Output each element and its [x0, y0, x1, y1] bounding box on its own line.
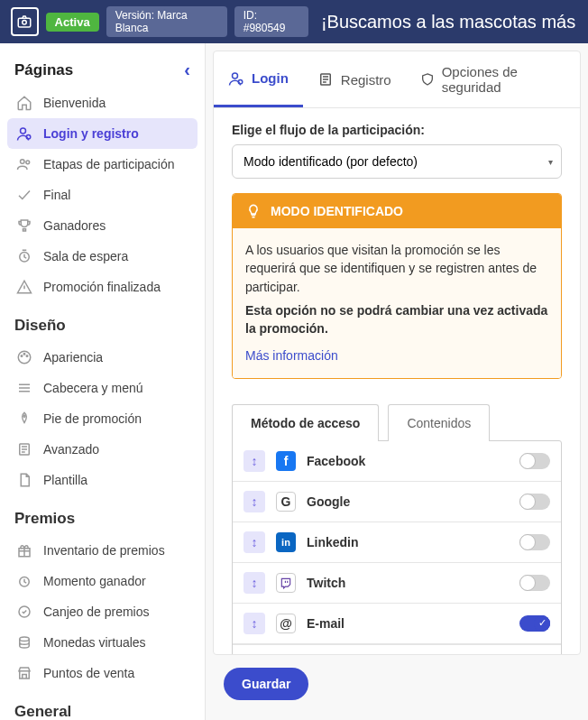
- sidebar-item-final[interactable]: Final: [7, 180, 198, 210]
- toggle-facebook[interactable]: [519, 453, 550, 469]
- toggle-email[interactable]: [519, 615, 550, 632]
- gift-icon: [16, 542, 32, 558]
- sidebar-item-promocion-finalizada[interactable]: Promoción finalizada: [7, 272, 198, 302]
- access-label: Facebook: [307, 454, 509, 468]
- design-heading: Diseño: [7, 302, 198, 342]
- google-icon: G: [276, 492, 296, 512]
- sidebar-item-label: Etapas de participación: [43, 157, 175, 171]
- tab-label: Opciones de seguridad: [442, 64, 565, 95]
- access-label: Google: [307, 494, 509, 509]
- sidebar-item-inventario-premios[interactable]: Inventario de premios: [7, 535, 198, 566]
- palette-icon: [16, 349, 32, 365]
- alert-text-2: Esta opción no se podrá cambiar una vez …: [245, 301, 548, 338]
- sheet-icon: [16, 441, 32, 457]
- sidebar-item-label: Cabecera y menú: [43, 381, 143, 395]
- shield-icon: [420, 71, 435, 88]
- sidebar-item-apariencia[interactable]: Apariencia: [7, 342, 198, 373]
- main-panel: Login Registro Opciones de seguridad Eli…: [206, 43, 588, 720]
- access-row-linkedin: ↕ in Linkedin: [233, 522, 561, 563]
- collapse-sidebar-button[interactable]: ‹: [184, 60, 190, 80]
- drag-handle[interactable]: ↕: [243, 613, 265, 634]
- sidebar-item-label: Login y registro: [43, 126, 139, 141]
- access-row-twitch: ↕ Twitch: [233, 563, 561, 604]
- inner-tab-contenidos[interactable]: Contenidos: [388, 404, 490, 441]
- info-alert: MODO IDENTIFICADO A los usuarios que vis…: [232, 193, 562, 379]
- sidebar-item-canjeo-premios[interactable]: Canjeo de premios: [7, 596, 198, 627]
- svg-point-16: [20, 637, 30, 642]
- sidebar-item-label: Plantilla: [43, 473, 87, 487]
- svg-point-11: [23, 415, 25, 417]
- twitch-icon: [276, 573, 296, 593]
- access-label: Twitch: [307, 576, 509, 590]
- svg-point-3: [26, 135, 31, 140]
- sidebar-item-momento-ganador[interactable]: Momento ganador: [7, 566, 198, 596]
- sidebar-item-label: Pie de promoción: [43, 411, 142, 426]
- access-row-facebook: ↕ f Facebook: [233, 441, 561, 482]
- sidebar-item-label: Final: [43, 188, 70, 202]
- svg-point-18: [233, 73, 238, 78]
- svg-point-5: [26, 161, 30, 164]
- store-icon: [16, 665, 32, 681]
- flow-select[interactable]: Modo identificado (por defecto): [232, 144, 562, 179]
- pages-heading: Páginas: [14, 61, 73, 79]
- toggle-twitch[interactable]: [519, 575, 550, 591]
- sidebar-item-cabecera-menu[interactable]: Cabecera y menú: [7, 373, 198, 403]
- sidebar-item-label: Apariencia: [43, 350, 103, 365]
- sidebar-item-monedas-virtuales[interactable]: Monedas virtuales: [7, 627, 198, 658]
- sidebar-item-plantilla[interactable]: Plantilla: [7, 465, 198, 495]
- sidebar-item-label: Monedas virtuales: [43, 635, 146, 650]
- sidebar-item-sala-espera[interactable]: Sala de espera: [7, 241, 198, 272]
- facebook-icon: f: [276, 451, 296, 471]
- toggle-linkedin[interactable]: [519, 534, 550, 550]
- id-badge: ID: #980549: [234, 6, 308, 37]
- access-row-email: ↕ @ E-mail: [233, 604, 561, 644]
- coins-icon: [16, 634, 32, 651]
- camera-icon: [16, 14, 32, 30]
- version-badge: Versión: Marca Blanca: [106, 6, 227, 37]
- svg-point-9: [23, 354, 25, 355]
- sidebar-item-etapas[interactable]: Etapas de participación: [7, 149, 198, 180]
- alert-more-link[interactable]: Más información: [245, 346, 548, 365]
- svg-point-19: [238, 79, 243, 84]
- sidebar-item-bienvenida[interactable]: Bienvenida: [7, 88, 198, 118]
- drag-handle[interactable]: ↕: [243, 531, 265, 553]
- sidebar-item-pie-promocion[interactable]: Pie de promoción: [7, 403, 198, 434]
- menu-icon: [16, 380, 32, 396]
- access-label: Linkedin: [307, 535, 509, 549]
- alert-icon: [16, 279, 32, 295]
- sidebar-item-label: Momento ganador: [43, 574, 146, 588]
- linkedin-icon: in: [276, 532, 296, 552]
- access-label: E-mail: [307, 616, 509, 631]
- screenshot-button[interactable]: [11, 7, 39, 36]
- sidebar-item-login-registro[interactable]: Login y registro: [7, 118, 198, 149]
- tab-registro[interactable]: Registro: [303, 51, 406, 107]
- save-button[interactable]: Guardar: [224, 668, 308, 700]
- tab-login[interactable]: Login: [214, 51, 303, 107]
- flow-label: Elige el flujo de la participación:: [232, 123, 562, 137]
- tab-label: Registro: [341, 72, 391, 88]
- alert-text-1: A los usuarios que visitan la promoción …: [245, 241, 548, 296]
- drag-handle[interactable]: ↕: [243, 491, 265, 512]
- toggle-google[interactable]: [519, 494, 550, 510]
- footer-icon: [16, 411, 32, 427]
- timer-icon: [16, 573, 32, 589]
- topbar: Activa Versión: Marca Blanca ID: #980549…: [0, 0, 588, 43]
- general-heading: General: [7, 688, 198, 720]
- sidebar-item-label: Avanzado: [43, 442, 99, 457]
- sidebar-item-puntos-venta[interactable]: Puntos de venta: [7, 658, 198, 688]
- file-icon: [16, 472, 32, 488]
- svg-point-10: [26, 355, 28, 357]
- lightbulb-icon: [245, 203, 262, 219]
- sidebar-item-label: Ganadores: [43, 218, 106, 233]
- status-badge: Activa: [46, 13, 99, 32]
- users-icon: [16, 156, 32, 172]
- sidebar-item-ganadores[interactable]: Ganadores: [7, 210, 198, 241]
- drag-handle[interactable]: ↕: [243, 450, 265, 472]
- tab-seguridad[interactable]: Opciones de seguridad: [406, 51, 580, 107]
- sidebar-item-label: Puntos de venta: [43, 666, 134, 680]
- inner-tab-metodo-acceso[interactable]: Método de acceso: [232, 404, 379, 441]
- sidebar-item-avanzado[interactable]: Avanzado: [7, 434, 198, 465]
- drag-handle[interactable]: ↕: [243, 572, 265, 594]
- trophy-icon: [16, 217, 32, 234]
- svg-point-2: [21, 128, 26, 134]
